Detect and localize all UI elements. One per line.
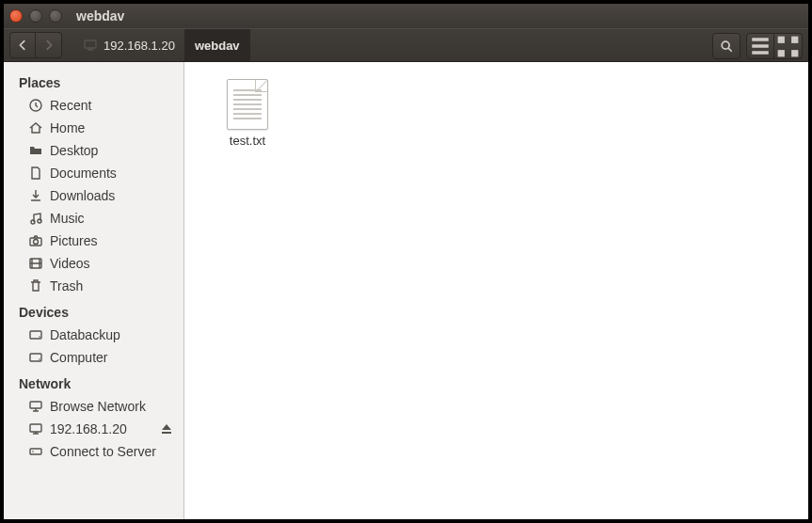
svg-point-14 (34, 240, 39, 245)
drive-icon (28, 350, 43, 365)
sidebar-item-network-host[interactable]: 192.168.1.20 (4, 418, 183, 440)
svg-point-12 (38, 219, 41, 223)
svg-rect-21 (30, 424, 41, 432)
sidebar-item-label: Recent (50, 98, 91, 113)
sidebar-item-label: Pictures (50, 233, 98, 248)
chevron-right-icon (42, 39, 56, 52)
svg-rect-16 (30, 331, 41, 339)
sidebar-header-places: Places (4, 68, 183, 94)
sidebar-item-label: Videos (50, 256, 90, 271)
drive-icon (28, 327, 43, 342)
sidebar-item-label: Trash (50, 278, 83, 293)
svg-point-11 (31, 220, 35, 224)
svg-line-2 (729, 49, 732, 52)
file-item[interactable]: test.txt (205, 79, 290, 148)
window-maximize-button[interactable] (49, 9, 62, 23)
svg-rect-9 (791, 50, 798, 56)
svg-point-19 (39, 358, 40, 360)
clock-icon (28, 98, 43, 113)
svg-rect-20 (30, 402, 41, 408)
sidebar-item-label: Computer (50, 350, 107, 365)
svg-rect-6 (778, 36, 785, 42)
folder-icon (28, 143, 43, 158)
window-title: webdav (76, 8, 124, 24)
chevron-left-icon (16, 39, 29, 52)
grid-view-button[interactable] (774, 33, 803, 59)
sidebar-item-label: Music (50, 211, 85, 226)
sidebar-item-label: Databackup (50, 327, 120, 342)
sidebar-item-recent[interactable]: Recent (4, 94, 183, 117)
window-minimize-button[interactable] (29, 9, 42, 23)
sidebar-item-label: Browse Network (50, 399, 146, 414)
server-icon (28, 421, 43, 436)
document-icon (28, 166, 43, 181)
sidebar-item-trash[interactable]: Trash (4, 275, 183, 297)
titlebar: webdav (4, 4, 808, 28)
nav-buttons (9, 29, 62, 61)
sidebar-item-desktop[interactable]: Desktop (4, 139, 183, 162)
forward-button[interactable] (36, 32, 62, 58)
svg-rect-0 (85, 40, 96, 48)
search-button[interactable] (712, 33, 740, 59)
svg-point-23 (32, 451, 34, 452)
video-icon (28, 256, 43, 271)
svg-point-1 (722, 41, 729, 49)
body: Places Recent Home Desktop Documents Dow… (4, 62, 808, 519)
svg-rect-7 (791, 36, 798, 42)
back-button[interactable] (9, 32, 36, 58)
file-name: test.txt (230, 134, 265, 148)
sidebar-item-label: Desktop (50, 143, 98, 158)
sidebar-item-databackup[interactable]: Databackup (4, 324, 183, 346)
sidebar-item-music[interactable]: Music (4, 207, 183, 230)
server-icon (83, 38, 98, 53)
sidebar-item-downloads[interactable]: Downloads (4, 184, 183, 207)
sidebar-item-label: Downloads (50, 188, 115, 203)
grid-icon (774, 33, 802, 60)
list-icon (747, 33, 773, 59)
connect-icon (28, 444, 43, 459)
sidebar-item-label: Documents (50, 166, 117, 181)
download-icon (28, 188, 43, 203)
eject-icon[interactable] (159, 421, 174, 436)
breadcrumb: 192.168.1.20 webdav (73, 29, 250, 61)
sidebar-item-computer[interactable]: Computer (4, 346, 183, 369)
sidebar-item-home[interactable]: Home (4, 117, 183, 139)
sidebar-header-network: Network (4, 369, 183, 395)
svg-point-17 (39, 336, 40, 338)
svg-rect-8 (778, 50, 785, 56)
breadcrumb-host[interactable]: 192.168.1.20 (73, 29, 185, 61)
network-icon (28, 399, 43, 414)
sidebar-item-label: Home (50, 120, 85, 135)
trash-icon (28, 278, 43, 293)
breadcrumb-current[interactable]: webdav (185, 29, 250, 61)
sidebar-item-videos[interactable]: Videos (4, 252, 183, 275)
text-file-icon (227, 79, 268, 130)
sidebar-item-label: Connect to Server (50, 444, 156, 459)
sidebar-item-label: 192.168.1.20 (50, 421, 127, 436)
camera-icon (28, 233, 43, 248)
sidebar-header-devices: Devices (4, 297, 183, 324)
svg-rect-18 (30, 354, 41, 361)
home-icon (28, 120, 43, 135)
content-pane[interactable]: test.txt (184, 62, 808, 519)
sidebar-item-pictures[interactable]: Pictures (4, 230, 183, 252)
toolbar: 192.168.1.20 webdav (4, 28, 808, 62)
window-close-button[interactable] (9, 9, 23, 23)
breadcrumb-host-label: 192.168.1.20 (103, 39, 175, 53)
breadcrumb-current-label: webdav (195, 39, 240, 53)
view-controls (746, 29, 803, 61)
sidebar-item-documents[interactable]: Documents (4, 162, 183, 184)
sidebar: Places Recent Home Desktop Documents Dow… (4, 62, 184, 519)
sidebar-item-browse-network[interactable]: Browse Network (4, 395, 183, 418)
sidebar-item-connect-server[interactable]: Connect to Server (4, 440, 183, 463)
search-icon (720, 40, 733, 53)
list-view-button[interactable] (746, 33, 774, 59)
nautilus-window: webdav 192.168.1.20 webdav (0, 0, 812, 523)
music-icon (28, 211, 43, 226)
svg-rect-22 (30, 449, 41, 454)
